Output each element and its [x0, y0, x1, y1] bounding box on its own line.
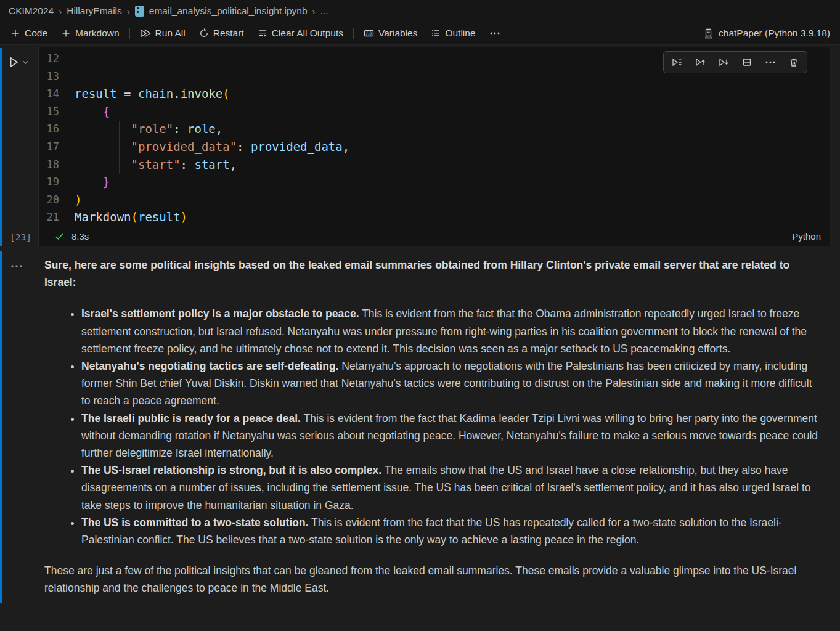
breadcrumb-folder[interactable]: HillaryEmails [67, 6, 122, 17]
run-cell-button[interactable] [7, 55, 29, 69]
code-line[interactable]: 17 "provided_data": provided_data, [39, 138, 830, 156]
code-line[interactable]: 18 "start": start, [39, 156, 830, 174]
breadcrumb-more[interactable]: ... [320, 6, 328, 17]
notebook-file-icon [135, 6, 144, 17]
breadcrumb: CKIM2024 › HillaryEmails › email_analysi… [0, 0, 840, 22]
restart-button[interactable]: Restart [192, 24, 251, 43]
clear-all-outputs-label: Clear All Outputs [272, 28, 343, 39]
code-text: } [75, 173, 110, 191]
line-number: 15 [39, 103, 75, 121]
run-cell-icon [7, 55, 20, 69]
variables-button[interactable]: (x) Variables [357, 24, 424, 43]
notebook-toolbar: Code Markdown Run All Restart Clear All … [0, 22, 840, 45]
line-number: 20 [39, 191, 75, 209]
insight-lead: The US is committed to a two-state solut… [81, 516, 309, 529]
cell-more-actions-button[interactable] [765, 57, 776, 67]
more-actions-icon [489, 28, 500, 38]
outline-label: Outline [445, 28, 475, 39]
svg-text:(x): (x) [366, 31, 372, 36]
output-intro: Sure, here are some political insights b… [44, 256, 822, 291]
indent-guide [119, 121, 120, 174]
chevron-right-icon: › [59, 6, 62, 17]
insight-lead: Netanyahu's negotiating tactics are self… [81, 360, 338, 372]
insight-item: The US is committed to a two-state solut… [81, 514, 822, 548]
line-number: 17 [39, 138, 75, 156]
line-number: 14 [39, 85, 75, 103]
kernel-icon [703, 28, 714, 39]
code-line[interactable]: 20) [39, 191, 830, 209]
insight-item: The Israeli public is ready for a peace … [81, 410, 822, 462]
plus-icon [10, 28, 20, 38]
trash-icon [789, 57, 799, 67]
line-number: 16 [39, 120, 75, 138]
chevron-right-icon: › [127, 6, 130, 17]
add-markdown-cell-button[interactable]: Markdown [54, 24, 126, 43]
cell-toolbar [663, 51, 807, 73]
cell-output: Sure, here are some political insights b… [0, 251, 840, 607]
code-text: "role": role, [75, 120, 222, 138]
markdown-output: Sure, here are some political insights b… [44, 256, 822, 597]
run-by-line-icon [672, 57, 682, 67]
run-all-icon [140, 28, 151, 38]
code-text: ) [75, 191, 81, 209]
code-line[interactable]: 21Markdown(result) [39, 208, 830, 226]
toolbar-separator [353, 28, 354, 39]
toolbar-more-button[interactable] [483, 24, 507, 43]
execution-duration: 8.3s [71, 231, 89, 242]
execute-above-icon [695, 57, 706, 67]
restart-label: Restart [213, 28, 244, 39]
code-text: "provided_data": provided_data, [75, 138, 349, 156]
code-line[interactable]: 14result = chain.invoke( [39, 85, 830, 103]
code-text: { [75, 103, 110, 121]
chevron-down-icon [22, 55, 29, 69]
breadcrumb-folder[interactable]: CKIM2024 [9, 6, 54, 17]
plus-icon [61, 28, 71, 38]
chevron-right-icon: › [312, 6, 316, 17]
clear-all-outputs-button[interactable]: Clear All Outputs [251, 24, 350, 43]
code-line[interactable]: 16 "role": role, [39, 120, 830, 138]
split-cell-icon [742, 57, 752, 67]
execution-count: [23] [10, 232, 31, 242]
restart-icon [199, 28, 209, 38]
insight-lead: The US-Israel relationship is strong, bu… [81, 464, 381, 476]
run-by-line-button[interactable] [672, 57, 682, 67]
split-cell-button[interactable] [742, 57, 752, 67]
add-markdown-label: Markdown [75, 28, 120, 39]
clear-all-outputs-icon [258, 28, 267, 38]
insights-list: Israel's settlement policy is a major ob… [44, 305, 822, 548]
more-actions-icon [765, 57, 776, 67]
code-line[interactable]: 15 { [39, 103, 830, 121]
notebook-editor: [23] 121314result = chain.invoke(15 {16 … [0, 47, 840, 607]
line-number: 12 [39, 50, 75, 68]
code-text: Markdown(result) [75, 208, 187, 226]
kernel-picker[interactable]: chatPaper (Python 3.9.18) [697, 28, 836, 39]
cell-language-picker[interactable]: Python [792, 231, 821, 242]
code-text: "start": start, [75, 156, 237, 174]
success-check-icon [54, 231, 65, 242]
indent-guide [91, 103, 91, 191]
code-editor[interactable]: 121314result = chain.invoke(15 {16 "role… [39, 47, 830, 227]
variables-label: Variables [378, 28, 417, 39]
outline-button[interactable]: Outline [424, 24, 482, 43]
insight-lead: Israel's settlement policy is a major ob… [81, 307, 359, 320]
cell-focus-indicator [0, 48, 2, 246]
execute-below-button[interactable] [719, 57, 729, 67]
insight-item: Israel's settlement policy is a major ob… [81, 305, 822, 357]
insight-lead: The Israeli public is ready for a peace … [81, 412, 301, 425]
insight-item: Netanyahu's negotiating tactics are self… [81, 357, 822, 410]
line-number: 13 [39, 68, 75, 86]
code-line[interactable]: 19 } [39, 173, 830, 191]
breadcrumb-filename[interactable]: email_analysis_political_insight.ipynb [149, 6, 308, 17]
add-code-cell-button[interactable]: Code [4, 24, 54, 43]
toolbar-separator [129, 28, 130, 39]
run-all-button[interactable]: Run All [133, 24, 192, 43]
insight-item: The US-Israel relationship is strong, bu… [81, 462, 822, 514]
output-focus-indicator [0, 251, 2, 603]
output-options-button[interactable] [10, 260, 23, 271]
cell-frame: 121314result = chain.invoke(15 {16 "role… [38, 47, 830, 246]
execute-above-button[interactable] [695, 57, 706, 67]
output-closing: These are just a few of the political in… [44, 562, 822, 596]
more-actions-icon [10, 264, 23, 269]
delete-cell-button[interactable] [789, 57, 799, 67]
run-all-label: Run All [155, 28, 186, 39]
